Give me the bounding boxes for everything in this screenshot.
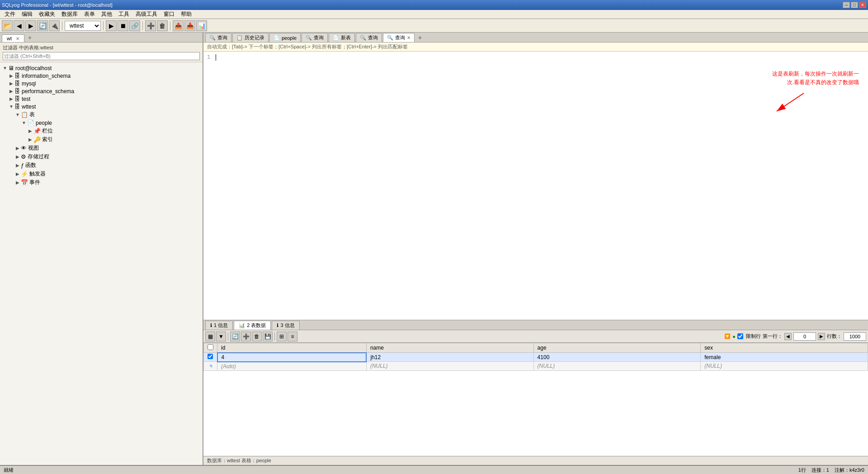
left-tab-add[interactable]: + [25,33,34,42]
cell-id-new[interactable]: (Auto) [217,362,367,371]
tree-toggle-performance-schema[interactable]: ▶ [8,88,14,95]
filter-input[interactable] [3,52,200,60]
query-tab-1[interactable]: 🔍 查询 [205,33,231,42]
header-sex[interactable]: sex [701,343,868,353]
menu-item-favorites[interactable]: 收藏夹 [36,9,58,19]
tree-toggle-functions[interactable]: ▶ [14,162,21,169]
cell-sex-new[interactable]: (NULL) [701,362,868,371]
tree-toggle-indexes[interactable]: ▶ [27,137,33,143]
query-tab-7[interactable]: 🔍 查询 ✕ [383,33,415,42]
tree-toggle-people[interactable]: ▼ [21,120,27,126]
menu-item-help[interactable]: 帮助 [178,9,194,19]
tree-toggle-columns[interactable]: ▶ [27,128,33,134]
tree-item-views[interactable]: ▶ 👁 视图 [0,144,203,152]
cell-name-1[interactable]: jh12 [366,353,533,362]
query-editor[interactable]: 自动完成：[Tab]-> 下一个标签；[Ctrl+Space]-> 列出所有标签… [203,43,868,320]
layout2-button[interactable]: ≡ [288,332,297,341]
first-row-next[interactable]: ▶ [818,333,825,340]
forward-button[interactable]: ▶ [25,20,36,31]
tree-toggle-triggers[interactable]: ▶ [14,171,21,177]
menu-item-other[interactable]: 其他 [99,9,115,19]
tree-toggle-information-schema[interactable]: ▶ [8,73,14,79]
tree-item-test[interactable]: ▶ 🗄 test [0,95,203,103]
query-tab-2[interactable]: 📋 历史记录 [232,33,269,42]
cell-id-1[interactable]: 4 [217,353,367,362]
menu-item-database[interactable]: 数据库 [59,9,80,19]
tree-item-root[interactable]: ▼ 🖥 root@localhost [0,64,203,72]
cell-age-1[interactable]: 4100 [533,353,701,362]
table-row-new[interactable]: ✎ (Auto) (NULL) (NULL) [204,362,868,371]
tree-toggle-test[interactable]: ▶ [8,96,14,102]
menu-item-tools[interactable]: 工具 [116,9,132,19]
data-table-area[interactable]: id name age sex [203,343,868,456]
left-tab-wt[interactable]: wt ✕ [2,34,24,42]
query-tab-4[interactable]: 🔍 查询 [302,33,328,42]
connection-dropdown[interactable]: wttest [65,21,101,31]
refresh-data-button[interactable]: 🔄 [230,332,240,341]
tree-item-columns[interactable]: ▶ 📌 栏位 [0,127,203,135]
grid-view-button[interactable]: ▦ [205,332,215,341]
close-button[interactable]: ✕ [859,2,866,8]
save-data-button[interactable]: 💾 [263,332,273,341]
layout1-button[interactable]: ⊞ [277,332,287,341]
menu-item-table[interactable]: 表单 [81,9,98,19]
tree-item-events[interactable]: ▶ 📅 事件 [0,178,203,187]
menu-item-file[interactable]: 文件 [2,9,18,19]
first-row-prev[interactable]: ◀ [784,333,792,340]
insert-button[interactable]: ➕ [145,20,156,31]
tree-item-wttest[interactable]: ▼ 🗄 wttest [0,103,203,110]
tree-toggle-procedures[interactable]: ▶ [14,154,21,160]
tree-toggle-root[interactable]: ▼ [2,65,8,71]
add-row-button[interactable]: ➕ [241,332,251,341]
tree-toggle-events[interactable]: ▶ [14,180,21,186]
select-all-checkbox[interactable] [208,344,213,350]
stop-button[interactable]: ⏹ [118,20,128,31]
tree-toggle-tables[interactable]: ▼ [14,112,21,118]
left-tab-close[interactable]: ✕ [16,36,19,41]
tree-item-performance-schema[interactable]: ▶ 🗄 performance_schema [0,87,203,95]
cell-name-new[interactable]: (NULL) [366,362,533,371]
export-button[interactable]: 📤 [173,20,184,31]
tree-item-functions[interactable]: ▶ ƒ 函数 [0,161,203,170]
minimize-button[interactable]: ─ [843,2,850,8]
editor-content[interactable]: 1 [203,52,868,63]
tree-item-indexes[interactable]: ▶ 🔑 索引 [0,135,203,144]
menu-item-advanced[interactable]: 高级工具 [133,9,160,19]
query-tab-add[interactable]: + [415,33,425,42]
first-row-input[interactable] [793,332,816,341]
tree-item-triggers[interactable]: ▶ ⚡ 触发器 [0,170,203,178]
cell-age-new[interactable]: (NULL) [533,362,701,371]
tree-toggle-mysql[interactable]: ▶ [8,81,14,87]
new-connection-button[interactable]: 🔗 [129,20,140,31]
result-tab-1[interactable]: ℹ 1 信息 [205,321,233,330]
tree-area[interactable]: ▼ 🖥 root@localhost ▶ 🗄 information_schem… [0,62,203,465]
refresh-button[interactable]: 🔄 [37,20,48,31]
result-tab-2[interactable]: 📊 2 表数据 [234,321,271,330]
restore-button[interactable]: □ [851,2,858,8]
table-row[interactable]: 4 jh12 4100 female [204,353,868,362]
row-checkbox-1[interactable] [208,354,213,359]
header-age[interactable]: age [533,343,701,353]
tree-toggle-views[interactable]: ▶ [14,145,21,152]
extra-button-1[interactable]: 📊 [196,20,207,31]
tree-item-information-schema[interactable]: ▶ 🗄 information_schema [0,72,203,80]
tree-item-mysql[interactable]: ▶ 🗄 mysql [0,80,203,87]
open-file-button[interactable]: 📂 [2,20,13,31]
connect-button[interactable]: 🔌 [49,20,60,31]
menu-item-window[interactable]: 窗口 [161,9,177,19]
tree-toggle-wttest[interactable]: ▼ [8,104,14,110]
query-tab-close-7[interactable]: ✕ [407,35,410,40]
dropdown-button[interactable]: ▼ [216,332,226,341]
header-name[interactable]: name [366,343,533,353]
delete-button[interactable]: 🗑 [157,20,168,31]
row-count-input[interactable] [844,332,866,341]
menu-item-edit[interactable]: 编辑 [19,9,35,19]
query-tab-3[interactable]: 📄 people [269,33,301,42]
result-tab-3[interactable]: ℹ 3 信息 [272,321,299,330]
back-button[interactable]: ◀ [14,20,24,31]
limit-checkbox[interactable] [737,333,743,339]
tree-item-procedures[interactable]: ▶ ⚙ 存储过程 [0,152,203,161]
import-button[interactable]: 📥 [184,20,195,31]
header-id[interactable]: id [217,343,367,353]
tree-item-people[interactable]: ▼ 📄 people [0,119,203,127]
